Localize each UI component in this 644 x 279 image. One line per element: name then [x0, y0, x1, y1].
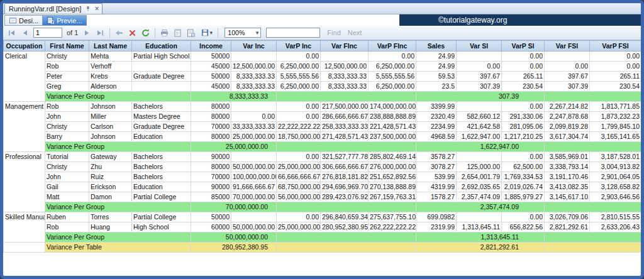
cell: Peter — [45, 72, 89, 82]
previous-page-icon — [20, 28, 30, 38]
cell: 230.54 — [502, 82, 545, 92]
preview-icon — [47, 16, 55, 25]
variance-per-group-row: Variance Per Group8,333,333.33307.39 — [4, 92, 641, 102]
find-button[interactable]: Find — [327, 29, 340, 36]
cell: 1,873,232.23 — [590, 112, 641, 122]
first-page-icon — [7, 28, 16, 38]
column-header: First Name — [45, 41, 89, 52]
cell: Education — [132, 132, 191, 142]
cell: 3,187,528.01 — [590, 152, 641, 162]
cell: Education — [132, 182, 191, 192]
find-input[interactable] — [266, 28, 320, 38]
table-income-variance: 280,952,380.95 — [191, 243, 277, 253]
table-row: JohnRuizBachelors70000100,000,000.0066,6… — [4, 172, 641, 182]
cell: Partial College — [132, 192, 191, 202]
cell: 0.00 — [590, 52, 641, 62]
toolbar-separator — [218, 28, 218, 38]
print-layout-button[interactable] — [172, 27, 184, 39]
cell — [231, 212, 277, 222]
cell: Partial High School — [132, 52, 191, 62]
cell: Johnson — [89, 132, 132, 142]
cell: 50000 — [191, 52, 231, 62]
cell: 2,357,474.09 — [457, 192, 502, 202]
cell: 3,191,170.46 — [545, 172, 590, 182]
cell: 3,413,082.35 — [545, 182, 590, 192]
cell: Rob — [45, 102, 89, 112]
cell: Huang — [89, 222, 132, 232]
previous-page-button[interactable] — [19, 27, 31, 39]
cell: 2234.99 — [416, 122, 457, 132]
cell: Johnson — [89, 102, 132, 112]
cell — [545, 92, 641, 102]
cell: 2320.49 — [416, 112, 457, 122]
cell: 8,333,333.33 — [231, 72, 277, 82]
cell — [4, 243, 45, 253]
cell: 276,818,181.82 — [321, 172, 369, 182]
cell: 3,338,793.14 — [545, 162, 590, 172]
cell: Christy — [45, 162, 89, 172]
cell: 0.00 — [502, 212, 545, 222]
cell: 0.00 — [277, 152, 321, 162]
cell: Torres — [89, 212, 132, 222]
column-header: VarP FSl — [590, 41, 641, 52]
cell: 0.00 — [277, 102, 321, 112]
cell: 2,901,064.05 — [590, 172, 641, 182]
cell: 70000 — [191, 122, 231, 132]
cell: 237,500,000.00 — [369, 132, 416, 142]
page-setup-icon — [186, 28, 196, 38]
page-number-input[interactable] — [33, 28, 62, 38]
cell: 6,250,000.00 — [369, 62, 416, 72]
close-icon[interactable]: × — [94, 6, 99, 12]
zoom-select[interactable]: 100% ▾ — [225, 28, 261, 38]
header-row: OccupationFirst NameLast NameEducationIn… — [4, 41, 641, 52]
cell: Graduate Degree — [132, 122, 191, 132]
cell — [457, 152, 502, 162]
cell: Bachelors — [132, 102, 191, 112]
refresh-button[interactable] — [140, 27, 152, 39]
cell: 271,428,571.43 — [321, 132, 369, 142]
cell: 289,423,076.92 — [321, 192, 369, 202]
cell: 80000 — [191, 162, 231, 172]
column-header: Income — [191, 41, 231, 52]
export-button[interactable]: ▾ — [198, 27, 214, 39]
group-income-variance: 8,333,333.33 — [191, 92, 277, 102]
first-page-button[interactable] — [6, 27, 18, 39]
last-page-button[interactable] — [94, 27, 106, 39]
tab-design[interactable]: Desi... — [4, 15, 42, 26]
cell: Rob — [45, 62, 89, 72]
cell: 1,813,771.85 — [590, 102, 641, 112]
cell — [277, 243, 416, 253]
page-count-label: of 1 — [67, 29, 78, 36]
group-sales-variance: 2,357,474.09 — [416, 202, 545, 212]
next-page-button[interactable] — [81, 27, 93, 39]
cell: 0.00 — [277, 52, 321, 62]
cell: 68,750,000.00 — [277, 182, 321, 192]
tab-preview[interactable]: Previe... — [42, 15, 86, 26]
cell: 80000 — [191, 112, 231, 122]
cell: Christy — [45, 122, 89, 132]
cell: 291,330.06 — [502, 112, 545, 122]
print-button[interactable] — [158, 27, 170, 39]
table-row: JohnMillerMasters Degree800000.000.00286… — [4, 112, 641, 122]
cell: 22,222,222.22 — [277, 122, 321, 132]
document-tab[interactable]: RunningVar.rdl [Design] × — [4, 3, 103, 14]
cell — [545, 202, 641, 212]
cell: 262,222,222.22 — [369, 222, 416, 232]
cell: 265.11 — [502, 72, 545, 82]
design-tab-label: Desi... — [19, 17, 38, 25]
cell: 4319.99 — [416, 182, 457, 192]
cell: 306,666,666.67 — [321, 162, 369, 172]
back-to-parent-button[interactable] — [113, 27, 125, 39]
group-sales-variance: 1,313,645.11 — [416, 232, 545, 243]
stop-button[interactable] — [126, 27, 138, 39]
pin-icon[interactable] — [84, 6, 91, 13]
find-next-button[interactable]: Next — [348, 29, 362, 36]
page-setup-button[interactable] — [185, 27, 197, 39]
cell — [545, 142, 641, 152]
cell: 2,821,292.61 — [545, 222, 590, 232]
next-page-icon — [82, 28, 92, 38]
cell: 0.00 — [502, 152, 545, 162]
cell: 275,637,755.10 — [369, 212, 416, 222]
cell: 3,585,969.01 — [545, 152, 590, 162]
table-row: BarryJohnsonEducation8000025,000,000.001… — [4, 132, 641, 142]
